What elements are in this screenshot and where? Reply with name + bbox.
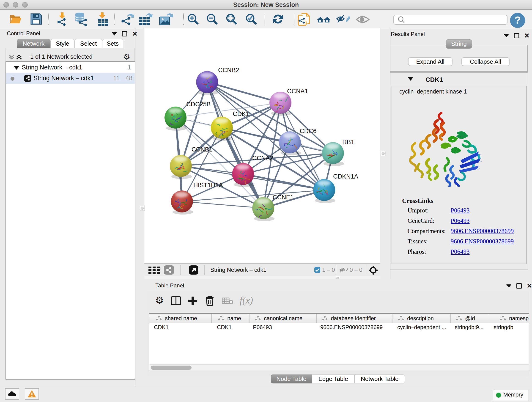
svg-text:RB1: RB1 [342, 139, 355, 146]
svg-text:CCNA1: CCNA1 [287, 88, 308, 95]
svg-text:CCNE1: CCNE1 [273, 194, 294, 201]
svg-text:CDC6: CDC6 [300, 128, 317, 134]
svg-text:HIST1H1A: HIST1H1A [193, 182, 223, 189]
svg-text:f(x): f(x) [240, 295, 253, 306]
svg-text:⚙: ⚙ [155, 295, 164, 306]
svg-text:CDKN1A: CDKN1A [333, 173, 358, 180]
svg-text:CCNA2: CCNA2 [252, 155, 273, 162]
svg-text:CDC25B: CDC25B [186, 101, 211, 108]
svg-text:CCNB1: CCNB1 [191, 146, 213, 153]
svg-text:CCNB2: CCNB2 [218, 67, 239, 74]
svg-text:CDK1: CDK1 [233, 110, 249, 117]
